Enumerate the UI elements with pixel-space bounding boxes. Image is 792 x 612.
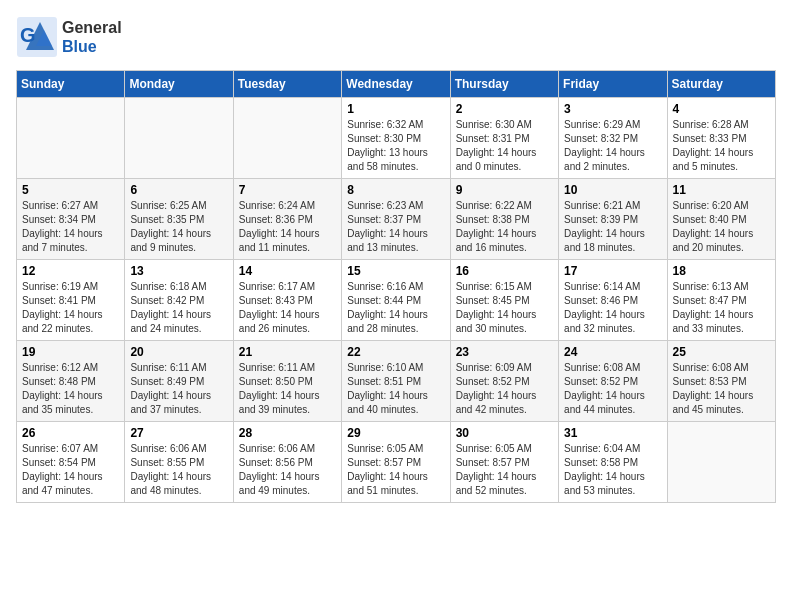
day-info: Sunrise: 6:25 AMSunset: 8:35 PMDaylight:…: [130, 199, 227, 255]
daylight-minutes: and 33 minutes.: [673, 323, 744, 334]
daylight-hours-label: Daylight: 14 hours: [564, 147, 645, 158]
day-info: Sunrise: 6:13 AMSunset: 8:47 PMDaylight:…: [673, 280, 770, 336]
daylight-hours-label: Daylight: 14 hours: [22, 471, 103, 482]
table-row: 7Sunrise: 6:24 AMSunset: 8:36 PMDaylight…: [233, 179, 341, 260]
daylight-hours-label: Daylight: 13 hours: [347, 147, 428, 158]
page-container: G General Blue Sunday Monday Tuesday Wed…: [0, 0, 792, 513]
daylight-minutes: and 7 minutes.: [22, 242, 88, 253]
day-number: 19: [22, 345, 119, 359]
table-row: 13Sunrise: 6:18 AMSunset: 8:42 PMDayligh…: [125, 260, 233, 341]
table-row: 14Sunrise: 6:17 AMSunset: 8:43 PMDayligh…: [233, 260, 341, 341]
daylight-minutes: and 44 minutes.: [564, 404, 635, 415]
daylight-minutes: and 11 minutes.: [239, 242, 310, 253]
day-info: Sunrise: 6:08 AMSunset: 8:52 PMDaylight:…: [564, 361, 661, 417]
day-number: 3: [564, 102, 661, 116]
day-info: Sunrise: 6:24 AMSunset: 8:36 PMDaylight:…: [239, 199, 336, 255]
table-row: 2Sunrise: 6:30 AMSunset: 8:31 PMDaylight…: [450, 98, 558, 179]
day-number: 21: [239, 345, 336, 359]
daylight-hours-label: Daylight: 14 hours: [564, 309, 645, 320]
daylight-hours-label: Daylight: 14 hours: [456, 471, 537, 482]
logo: G General Blue: [16, 16, 122, 58]
daylight-minutes: and 2 minutes.: [564, 161, 630, 172]
day-info: Sunrise: 6:29 AMSunset: 8:32 PMDaylight:…: [564, 118, 661, 174]
day-number: 4: [673, 102, 770, 116]
day-info: Sunrise: 6:06 AMSunset: 8:55 PMDaylight:…: [130, 442, 227, 498]
daylight-minutes: and 49 minutes.: [239, 485, 310, 496]
day-number: 7: [239, 183, 336, 197]
day-info: Sunrise: 6:32 AMSunset: 8:30 PMDaylight:…: [347, 118, 444, 174]
day-info: Sunrise: 6:18 AMSunset: 8:42 PMDaylight:…: [130, 280, 227, 336]
day-number: 30: [456, 426, 553, 440]
day-number: 8: [347, 183, 444, 197]
col-thursday: Thursday: [450, 71, 558, 98]
daylight-minutes: and 9 minutes.: [130, 242, 196, 253]
daylight-minutes: and 0 minutes.: [456, 161, 522, 172]
day-info: Sunrise: 6:19 AMSunset: 8:41 PMDaylight:…: [22, 280, 119, 336]
day-number: 13: [130, 264, 227, 278]
logo-blue-text: Blue: [62, 37, 122, 56]
daylight-minutes: and 18 minutes.: [564, 242, 635, 253]
daylight-hours-label: Daylight: 14 hours: [22, 390, 103, 401]
day-number: 12: [22, 264, 119, 278]
day-info: Sunrise: 6:21 AMSunset: 8:39 PMDaylight:…: [564, 199, 661, 255]
daylight-hours-label: Daylight: 14 hours: [130, 390, 211, 401]
daylight-hours-label: Daylight: 14 hours: [347, 390, 428, 401]
daylight-minutes: and 22 minutes.: [22, 323, 93, 334]
col-friday: Friday: [559, 71, 667, 98]
day-info: Sunrise: 6:30 AMSunset: 8:31 PMDaylight:…: [456, 118, 553, 174]
day-info: Sunrise: 6:09 AMSunset: 8:52 PMDaylight:…: [456, 361, 553, 417]
col-wednesday: Wednesday: [342, 71, 450, 98]
day-info: Sunrise: 6:10 AMSunset: 8:51 PMDaylight:…: [347, 361, 444, 417]
header: G General Blue: [16, 16, 776, 58]
daylight-minutes: and 45 minutes.: [673, 404, 744, 415]
daylight-minutes: and 30 minutes.: [456, 323, 527, 334]
day-number: 16: [456, 264, 553, 278]
table-row: 12Sunrise: 6:19 AMSunset: 8:41 PMDayligh…: [17, 260, 125, 341]
daylight-minutes: and 24 minutes.: [130, 323, 201, 334]
daylight-hours-label: Daylight: 14 hours: [456, 147, 537, 158]
day-info: Sunrise: 6:20 AMSunset: 8:40 PMDaylight:…: [673, 199, 770, 255]
daylight-minutes: and 16 minutes.: [456, 242, 527, 253]
day-info: Sunrise: 6:12 AMSunset: 8:48 PMDaylight:…: [22, 361, 119, 417]
daylight-hours-label: Daylight: 14 hours: [239, 471, 320, 482]
day-number: 23: [456, 345, 553, 359]
col-monday: Monday: [125, 71, 233, 98]
daylight-minutes: and 48 minutes.: [130, 485, 201, 496]
table-row: 5Sunrise: 6:27 AMSunset: 8:34 PMDaylight…: [17, 179, 125, 260]
logo-svg-icon: G: [16, 16, 58, 58]
daylight-hours-label: Daylight: 14 hours: [347, 228, 428, 239]
table-row: 31Sunrise: 6:04 AMSunset: 8:58 PMDayligh…: [559, 422, 667, 503]
table-row: 1Sunrise: 6:32 AMSunset: 8:30 PMDaylight…: [342, 98, 450, 179]
daylight-hours-label: Daylight: 14 hours: [564, 390, 645, 401]
daylight-minutes: and 28 minutes.: [347, 323, 418, 334]
day-number: 25: [673, 345, 770, 359]
table-row: [233, 98, 341, 179]
daylight-hours-label: Daylight: 14 hours: [673, 309, 754, 320]
daylight-minutes: and 53 minutes.: [564, 485, 635, 496]
daylight-minutes: and 35 minutes.: [22, 404, 93, 415]
day-info: Sunrise: 6:07 AMSunset: 8:54 PMDaylight:…: [22, 442, 119, 498]
table-row: 24Sunrise: 6:08 AMSunset: 8:52 PMDayligh…: [559, 341, 667, 422]
table-row: 22Sunrise: 6:10 AMSunset: 8:51 PMDayligh…: [342, 341, 450, 422]
day-info: Sunrise: 6:04 AMSunset: 8:58 PMDaylight:…: [564, 442, 661, 498]
daylight-minutes: and 32 minutes.: [564, 323, 635, 334]
daylight-hours-label: Daylight: 14 hours: [673, 390, 754, 401]
day-info: Sunrise: 6:16 AMSunset: 8:44 PMDaylight:…: [347, 280, 444, 336]
calendar-week-row: 12Sunrise: 6:19 AMSunset: 8:41 PMDayligh…: [17, 260, 776, 341]
day-number: 10: [564, 183, 661, 197]
day-info: Sunrise: 6:22 AMSunset: 8:38 PMDaylight:…: [456, 199, 553, 255]
daylight-hours-label: Daylight: 14 hours: [456, 309, 537, 320]
day-info: Sunrise: 6:05 AMSunset: 8:57 PMDaylight:…: [347, 442, 444, 498]
day-info: Sunrise: 6:14 AMSunset: 8:46 PMDaylight:…: [564, 280, 661, 336]
daylight-hours-label: Daylight: 14 hours: [239, 309, 320, 320]
table-row: 4Sunrise: 6:28 AMSunset: 8:33 PMDaylight…: [667, 98, 775, 179]
day-number: 17: [564, 264, 661, 278]
daylight-hours-label: Daylight: 14 hours: [130, 471, 211, 482]
table-row: 10Sunrise: 6:21 AMSunset: 8:39 PMDayligh…: [559, 179, 667, 260]
daylight-minutes: and 52 minutes.: [456, 485, 527, 496]
day-info: Sunrise: 6:11 AMSunset: 8:50 PMDaylight:…: [239, 361, 336, 417]
daylight-hours-label: Daylight: 14 hours: [673, 228, 754, 239]
calendar-week-row: 1Sunrise: 6:32 AMSunset: 8:30 PMDaylight…: [17, 98, 776, 179]
calendar-week-row: 19Sunrise: 6:12 AMSunset: 8:48 PMDayligh…: [17, 341, 776, 422]
col-sunday: Sunday: [17, 71, 125, 98]
